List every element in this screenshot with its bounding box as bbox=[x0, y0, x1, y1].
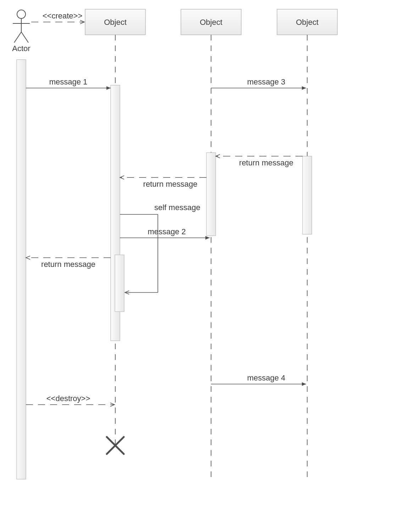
svg-text:message 1: message 1 bbox=[49, 77, 88, 86]
svg-text:<<create>>: <<create>> bbox=[43, 11, 83, 20]
object2-activation bbox=[206, 153, 216, 236]
actor-label: Actor bbox=[12, 44, 30, 53]
svg-text:message 3: message 3 bbox=[247, 77, 286, 86]
svg-text:return message: return message bbox=[143, 180, 198, 188]
actor-figure bbox=[13, 10, 30, 43]
svg-line-4 bbox=[21, 32, 28, 43]
object-label-1: Object bbox=[104, 18, 127, 27]
object-label-2: Object bbox=[200, 18, 222, 27]
object1-self-activation bbox=[115, 255, 124, 312]
actor-activation bbox=[17, 60, 26, 479]
svg-text:message 2: message 2 bbox=[148, 227, 186, 236]
svg-text:<<destroy>>: <<destroy>> bbox=[46, 394, 90, 403]
svg-text:message 4: message 4 bbox=[247, 373, 286, 382]
svg-text:return message: return message bbox=[239, 158, 293, 167]
object3-activation bbox=[303, 156, 312, 234]
self-msg-label: self message bbox=[154, 203, 200, 212]
object-label-3: Object bbox=[296, 18, 319, 27]
svg-text:return message: return message bbox=[41, 260, 95, 269]
svg-line-3 bbox=[14, 32, 21, 43]
svg-point-0 bbox=[17, 10, 26, 18]
